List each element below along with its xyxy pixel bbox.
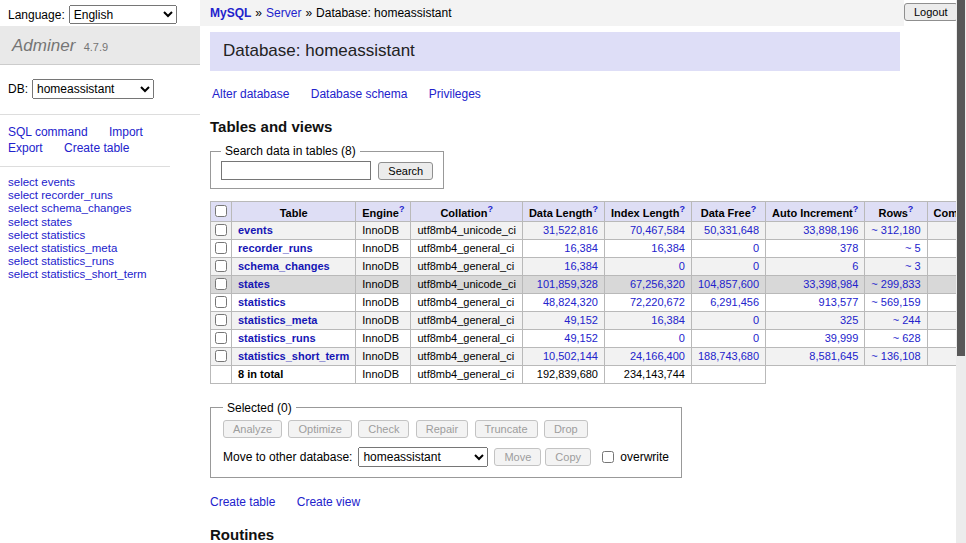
data-free-cell: 0 [691,257,765,275]
table-name-link[interactable]: schema_changes [238,260,330,272]
auto-increment-link[interactable]: 378 [840,242,858,254]
text-link[interactable]: Create table [210,495,275,509]
move-db-select[interactable]: homeassistant [358,447,488,467]
data-free-link[interactable]: 188,743,680 [698,350,759,362]
auto-increment-link[interactable]: 39,999 [825,332,859,344]
data-free-link[interactable]: 50,331,648 [704,224,759,236]
sidebar-table-link[interactable]: select schema_changes [8,202,192,215]
table-name-link[interactable]: statistics_runs [238,332,316,344]
rows-link[interactable]: ~ 244 [893,314,921,326]
table-name-link[interactable]: states [238,278,270,290]
row-checkbox[interactable] [215,242,227,254]
sidebar-table-link[interactable]: select statistics [8,229,192,242]
table-name-link[interactable]: statistics [238,296,286,308]
text-link[interactable]: Import [109,125,143,139]
text-link[interactable]: Database schema [311,87,408,101]
index-length-link[interactable]: 70,467,584 [630,224,685,236]
rows-link[interactable]: ~ 5 [905,242,921,254]
sidebar-table-link[interactable]: select states [8,216,192,229]
data-length-link[interactable]: 16,384 [564,260,598,272]
column-help-link[interactable]: ? [908,204,914,214]
table-name-link[interactable]: statistics_meta [238,314,318,326]
language-select[interactable]: English [69,5,177,24]
sidebar-table-link[interactable]: select statistics_meta [8,242,192,255]
data-free-link[interactable]: 0 [753,260,759,272]
db-select[interactable]: homeassistant [32,79,154,99]
text-link[interactable]: Alter database [212,87,289,101]
column-help-link[interactable]: ? [853,204,859,214]
logout-button[interactable]: Logout [904,3,958,21]
column-help-link[interactable]: ? [592,204,598,214]
auto-increment-link[interactable]: 325 [840,314,858,326]
row-checkbox[interactable] [215,278,227,290]
rows-link[interactable]: ~ 312,180 [871,224,920,236]
data-length-link[interactable]: 10,502,144 [543,350,598,362]
row-checkbox[interactable] [215,350,227,362]
auto-increment-link[interactable]: 33,898,196 [803,224,858,236]
selected-action-button[interactable]: Truncate [475,420,538,438]
table-name-link[interactable]: statistics_short_term [238,350,349,362]
sidebar-table-link[interactable]: select recorder_runs [8,189,192,202]
data-free-link[interactable]: 0 [753,314,759,326]
sidebar-table-link[interactable]: select events [8,176,192,189]
index-length-link[interactable]: 16,384 [651,314,685,326]
table-name-link[interactable]: recorder_runs [238,242,313,254]
rows-link[interactable]: ~ 3 [905,260,921,272]
index-length-link[interactable]: 16,384 [651,242,685,254]
rows-link[interactable]: ~ 136,108 [871,350,920,362]
search-button[interactable]: Search [378,162,433,180]
column-help-link[interactable]: ? [399,204,405,214]
search-input[interactable] [221,161,371,180]
selected-action-button[interactable]: Repair [416,420,468,438]
row-checkbox[interactable] [215,314,227,326]
row-checkbox[interactable] [215,224,227,236]
data-free-link[interactable]: 104,857,600 [698,278,759,290]
copy-button[interactable]: Copy [545,448,591,466]
select-all-checkbox[interactable] [215,205,227,217]
column-help-link[interactable]: ? [487,204,493,214]
data-free-link[interactable]: 0 [753,242,759,254]
row-checkbox[interactable] [215,296,227,308]
auto-increment-link[interactable]: 8,581,645 [809,350,858,362]
text-link[interactable]: Create table [64,141,129,155]
overwrite-checkbox[interactable] [602,451,614,463]
data-length-link[interactable]: 49,152 [564,332,598,344]
data-length-link[interactable]: 48,824,320 [543,296,598,308]
data-length-link[interactable]: 101,859,328 [537,278,598,290]
data-free-link[interactable]: 6,291,456 [710,296,759,308]
data-length-link[interactable]: 16,384 [564,242,598,254]
auto-increment-link[interactable]: 33,398,984 [803,278,858,290]
scrollbar-thumb[interactable] [957,0,965,356]
index-length-link[interactable]: 0 [679,332,685,344]
row-checkbox[interactable] [215,260,227,272]
text-link[interactable]: Privileges [429,87,481,101]
index-length-link[interactable]: 24,166,400 [630,350,685,362]
row-checkbox[interactable] [215,332,227,344]
breadcrumb-link-mysql[interactable]: MySQL [210,6,251,20]
selected-action-button[interactable]: Optimize [288,420,351,438]
rows-link[interactable]: ~ 569,159 [871,296,920,308]
text-link[interactable]: SQL command [8,125,88,139]
auto-increment-link[interactable]: 6 [852,260,858,272]
selected-action-button[interactable]: Analyze [223,420,282,438]
text-link[interactable]: Export [8,141,43,155]
rows-link[interactable]: ~ 628 [893,332,921,344]
sidebar-table-link[interactable]: select statistics_short_term [8,268,192,281]
auto-increment-link[interactable]: 913,577 [819,296,859,308]
sidebar-table-link[interactable]: select statistics_runs [8,255,192,268]
data-length-link[interactable]: 49,152 [564,314,598,326]
column-help-link[interactable]: ? [679,204,685,214]
data-free-link[interactable]: 0 [753,332,759,344]
data-length-link[interactable]: 31,522,816 [543,224,598,236]
index-length-link[interactable]: 67,256,320 [630,278,685,290]
table-name-link[interactable]: events [238,224,273,236]
index-length-link[interactable]: 72,220,672 [630,296,685,308]
selected-action-button[interactable]: Check [358,420,409,438]
column-help-link[interactable]: ? [751,204,757,214]
index-length-link[interactable]: 0 [679,260,685,272]
move-button[interactable]: Move [494,448,541,466]
rows-link[interactable]: ~ 299,833 [871,278,920,290]
selected-action-button[interactable]: Drop [544,420,588,438]
breadcrumb-link-server[interactable]: Server [266,6,301,20]
text-link[interactable]: Create view [297,495,360,509]
